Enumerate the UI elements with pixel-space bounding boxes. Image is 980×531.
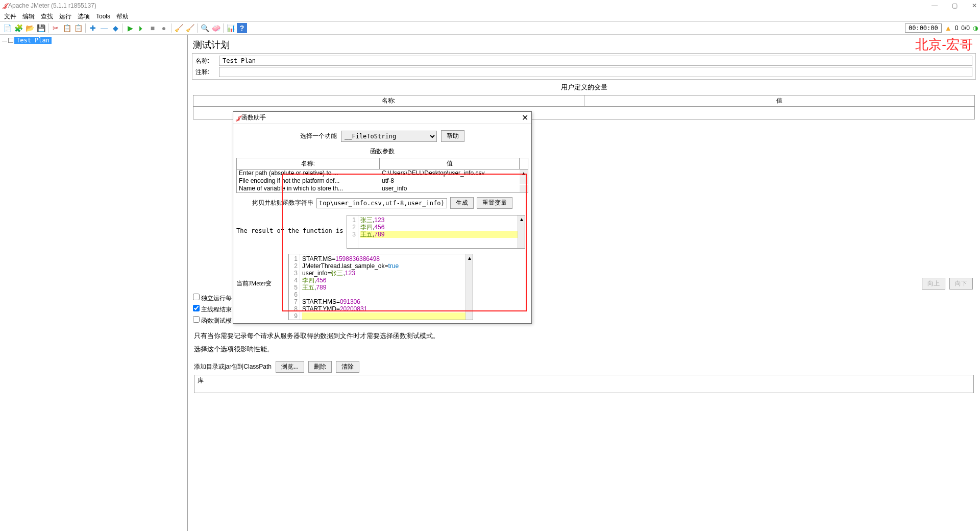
name-input[interactable]	[219, 56, 972, 66]
params-row[interactable]: Enter path (absolute or relative) to ...…	[237, 170, 528, 177]
tree-panel: — Test Plan	[0, 35, 188, 531]
function-select[interactable]: __FileToString	[341, 131, 437, 142]
timer: 00:00:00	[905, 23, 942, 33]
tree-root[interactable]: — Test Plan	[2, 37, 185, 44]
menubar: 文件 编辑 查找 运行 选项 Tools 帮助	[0, 11, 980, 21]
comment-label: 注释:	[195, 68, 219, 77]
menu-options[interactable]: 选项	[76, 12, 92, 21]
menu-help[interactable]: 帮助	[114, 12, 131, 21]
warning-icon[interactable]: ▲	[945, 24, 952, 32]
scrollbar[interactable]: ▴	[518, 215, 525, 248]
move-up-button[interactable]: 向上	[922, 278, 945, 289]
browse-button[interactable]: 浏览...	[276, 361, 304, 373]
function-helper-icon[interactable]: 📊	[226, 23, 236, 33]
reset-search-icon[interactable]: 🧼	[211, 23, 221, 33]
expand-icon[interactable]: ✚	[88, 23, 98, 33]
params-col-value: 值	[380, 158, 520, 169]
save-icon[interactable]: 💾	[36, 23, 46, 33]
library-list[interactable]: 库	[194, 375, 974, 393]
minimize-button[interactable]: —	[932, 2, 938, 9]
dialog-icon: 𝒥	[236, 114, 239, 122]
search-icon[interactable]: 🔍	[200, 23, 210, 33]
templates-icon[interactable]: 🧩	[13, 23, 23, 33]
stop-icon[interactable]: ■	[148, 23, 158, 33]
user-vars-title: 用户定义的变量	[190, 80, 978, 95]
delete-button[interactable]: 删除	[308, 361, 332, 373]
function-string-input[interactable]	[316, 198, 447, 208]
menu-search[interactable]: 查找	[39, 12, 55, 21]
collapse-icon[interactable]: —	[99, 23, 109, 33]
params-row[interactable]: File encoding if not the platform def...…	[237, 177, 528, 185]
warning-count: 0	[955, 25, 959, 32]
help-button[interactable]: 帮助	[441, 130, 464, 142]
test-plan-icon	[8, 38, 13, 43]
menu-edit[interactable]: 编辑	[20, 12, 37, 21]
shutdown-icon[interactable]: ●	[159, 23, 169, 33]
thread-count: 0/0	[961, 25, 970, 32]
classpath-label: 添加目录或jar包到ClassPath	[194, 363, 272, 371]
watermark: 北京-宏哥	[915, 36, 973, 54]
select-function-label: 选择一个功能	[300, 132, 337, 140]
gauge-icon: ◑	[973, 25, 978, 32]
result-label: The result of the function is	[236, 215, 344, 234]
scrollbar[interactable]: ▴	[465, 254, 473, 320]
help-icon[interactable]: ?	[237, 23, 247, 33]
clear-all-icon[interactable]: 🧹	[185, 23, 195, 33]
maximize-button[interactable]: ▢	[952, 2, 958, 9]
start-no-timers-icon[interactable]: ⏵	[136, 23, 146, 33]
clear-icon[interactable]: 🧹	[174, 23, 184, 33]
reset-vars-button[interactable]: 重置变量	[477, 197, 512, 209]
menu-tools[interactable]: Tools	[94, 13, 112, 20]
open-icon[interactable]: 📂	[24, 23, 35, 33]
close-button[interactable]: ✕	[972, 2, 977, 9]
note-1: 只有当你需要记录每个请求从服务器取得的数据到文件时才需要选择函数测试模式。	[190, 329, 978, 343]
toggle-icon[interactable]: ◆	[110, 23, 120, 33]
comment-input[interactable]	[219, 67, 972, 77]
params-title: 函数参数	[236, 145, 528, 158]
params-col-name: 名称:	[237, 158, 380, 169]
clear-button[interactable]: 清除	[336, 361, 359, 373]
toolbar: 📄 🧩 📂 💾 ✂ 📋 📋 ✚ — ◆ ▶ ⏵ ■ ● 🧹 🧹 🔍 🧼 📊 ? …	[0, 21, 980, 35]
vars-col-name: 名称:	[193, 95, 584, 106]
note-2: 选择这个选项很影响性能。	[190, 343, 978, 356]
dialog-close-button[interactable]: ✕	[522, 113, 528, 123]
move-down-button[interactable]: 向下	[949, 278, 973, 289]
tree-root-label: Test Plan	[14, 37, 52, 44]
start-icon[interactable]: ▶	[125, 23, 135, 33]
jmeter-vars-label: 当前JMeter变	[236, 254, 285, 290]
params-row[interactable]: Name of variable in which to store th...…	[237, 185, 528, 192]
dialog-title: 函数助手	[241, 113, 266, 122]
cut-icon[interactable]: ✂	[51, 23, 61, 33]
copy-paste-label: 拷贝并粘贴函数字符串	[252, 199, 313, 207]
panel-title: 测试计划	[190, 37, 978, 53]
function-helper-dialog: 𝒥 函数助手 ✕ 选择一个功能 __FileToString 帮助 函数参数 名…	[233, 111, 532, 324]
menu-run[interactable]: 运行	[57, 12, 74, 21]
params-table: 名称: 值 Enter path (absolute or relative) …	[236, 158, 528, 193]
params-scroll-head	[520, 158, 528, 169]
window-title: Apache JMeter (5.1.1 r1855137)	[8, 2, 96, 9]
jmeter-vars-box[interactable]: 123456789 START.MS=1598836386498JMeterTh…	[288, 254, 473, 320]
name-label: 名称:	[195, 57, 219, 65]
menu-file[interactable]: 文件	[2, 12, 18, 21]
tree-toggle-icon[interactable]: —	[2, 38, 7, 43]
generate-button[interactable]: 生成	[450, 197, 474, 209]
paste-icon[interactable]: 📋	[73, 23, 83, 33]
vars-col-value: 值	[584, 95, 975, 106]
copy-icon[interactable]: 📋	[62, 23, 72, 33]
app-icon: 𝒥	[3, 2, 6, 9]
new-icon[interactable]: 📄	[2, 23, 12, 33]
result-box[interactable]: 123 张三,123李四,456王五,789 ▴	[347, 215, 525, 249]
